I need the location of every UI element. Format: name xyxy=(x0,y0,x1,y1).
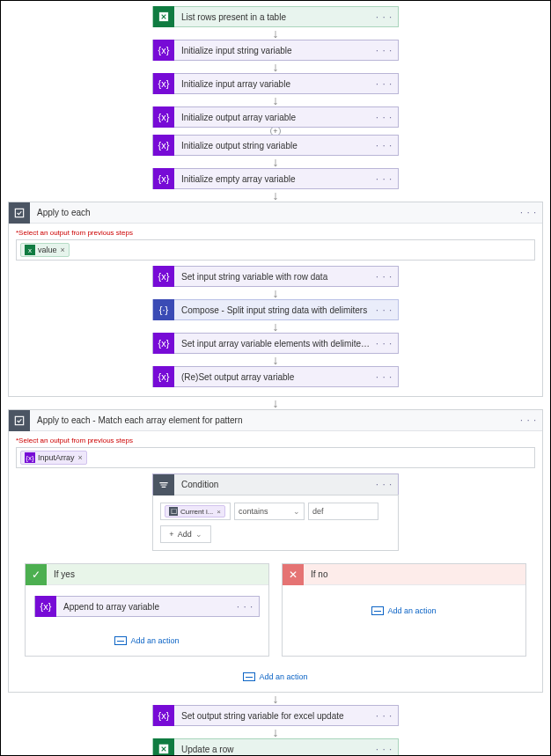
step-set-output-str[interactable]: {x} Set output string variable for excel… xyxy=(152,705,399,726)
step-menu[interactable]: · · · xyxy=(371,113,398,122)
panel-title: Apply to each - Match each array element… xyxy=(30,415,515,425)
arrow-icon: ↓ xyxy=(273,322,279,331)
add-action-label: Add an action xyxy=(387,606,436,615)
apply-to-each-outer: Apply to each · · · *Select an output fr… xyxy=(8,202,543,397)
add-action-button[interactable]: Add an action xyxy=(114,636,179,645)
right-value: def xyxy=(312,507,324,516)
step-label: Initialize input array variable xyxy=(174,79,371,89)
branch-if-no: ✕ If no Add an action xyxy=(282,563,526,657)
panel-header[interactable]: Apply to each · · · xyxy=(9,202,542,224)
variable-icon: {x} xyxy=(153,266,174,287)
condition-header[interactable]: Condition · · · xyxy=(152,473,399,495)
excel-icon xyxy=(153,6,174,27)
add-condition-button[interactable]: + Add ⌄ xyxy=(160,525,211,543)
excel-icon: x xyxy=(25,245,35,255)
token-current-item[interactable]: ☐ Current i... × xyxy=(165,505,225,517)
arrow-icon: ↓ xyxy=(273,399,279,407)
token-input[interactable]: x value × xyxy=(16,239,535,261)
step-menu[interactable]: · · · xyxy=(371,141,398,150)
condition-operator-select[interactable]: contains ⌄ xyxy=(234,503,305,520)
token-input[interactable]: {x} InputArray × xyxy=(16,447,535,468)
variable-icon: {x} xyxy=(153,168,174,189)
arrow-icon: ↓ xyxy=(273,96,279,105)
remove-token-icon[interactable]: × xyxy=(78,453,83,462)
step-label: Update a row xyxy=(174,745,371,754)
token-label: Current i... xyxy=(180,508,213,516)
branch-header[interactable]: ✓ If yes xyxy=(26,564,268,585)
step-reset-output-arr[interactable]: {x} (Re)Set output array variable · · · xyxy=(152,366,399,387)
remove-token-icon[interactable]: × xyxy=(61,246,65,254)
token-label: value xyxy=(38,246,57,254)
panel-menu[interactable]: · · · xyxy=(515,415,542,425)
branch-title: If yes xyxy=(47,569,75,579)
variable-icon: {x} xyxy=(153,40,174,61)
condition-icon xyxy=(153,474,174,495)
hint-text: *Select an output from previous steps xyxy=(16,229,535,237)
step-menu[interactable]: · · · xyxy=(371,745,398,754)
condition-block: Condition · · · ☐ Current i... × xyxy=(152,473,399,551)
condition-left-operand[interactable]: ☐ Current i... × xyxy=(160,503,231,520)
step-label: Initialize output array variable xyxy=(174,113,371,122)
panel-title: Apply to each xyxy=(30,208,515,217)
step-init-output-arr[interactable]: {x} Initialize output array variable · ·… xyxy=(152,106,399,128)
token-label: InputArray xyxy=(38,453,75,462)
step-init-empty-arr[interactable]: {x} Initialize empty array variable · · … xyxy=(152,168,399,189)
step-list-rows[interactable]: List rows present in a table · · · xyxy=(152,6,399,27)
add-action-button[interactable]: Add an action xyxy=(243,672,307,681)
step-menu[interactable]: · · · xyxy=(371,372,398,382)
step-menu[interactable]: · · · xyxy=(371,305,398,315)
add-label: Add xyxy=(178,530,192,539)
step-menu[interactable]: · · · xyxy=(371,272,398,282)
panel-header[interactable]: Apply to each - Match each array element… xyxy=(9,410,542,431)
step-menu[interactable]: · · · xyxy=(371,174,398,184)
step-menu[interactable]: · · · xyxy=(371,339,398,349)
step-menu[interactable]: · · · xyxy=(371,711,398,721)
panel-menu[interactable]: · · · xyxy=(515,208,542,217)
cross-icon: ✕ xyxy=(283,564,304,585)
token-value[interactable]: x value × xyxy=(20,243,70,257)
step-set-input-arr[interactable]: {x} Set input array variable elements wi… xyxy=(152,333,399,354)
variable-icon: {x} xyxy=(153,705,174,726)
step-menu[interactable]: · · · xyxy=(231,602,259,612)
step-label: Initialize empty array variable xyxy=(174,174,371,184)
variable-icon: {x} xyxy=(153,366,174,387)
step-label: Set input string variable with row data xyxy=(174,272,371,282)
check-icon: ✓ xyxy=(26,564,47,585)
step-label: Initialize input string variable xyxy=(174,46,371,55)
svg-rect-2 xyxy=(15,209,23,217)
arrow-icon: ↓ xyxy=(273,62,279,71)
step-init-input-arr[interactable]: {x} Initialize input array variable · · … xyxy=(152,73,399,94)
step-compose-split[interactable]: {·} Compose - Split input string data wi… xyxy=(152,299,399,320)
step-label: Compose - Split input string data with d… xyxy=(174,305,371,315)
step-set-input-str[interactable]: {x} Set input string variable with row d… xyxy=(152,266,399,287)
add-action-label: Add an action xyxy=(130,636,179,645)
step-label: Set input array variable elements with d… xyxy=(174,339,371,349)
step-update-row[interactable]: Update a row · · · xyxy=(152,738,399,756)
add-action-icon xyxy=(243,672,255,681)
add-action-label: Add an action xyxy=(259,672,307,681)
condition-right-operand[interactable]: def xyxy=(308,503,378,520)
step-menu[interactable]: · · · xyxy=(371,46,398,55)
add-action-button[interactable]: Add an action xyxy=(371,606,436,615)
step-menu[interactable]: · · · xyxy=(371,12,398,22)
loop-icon xyxy=(9,410,30,431)
condition-menu[interactable]: · · · xyxy=(371,480,398,489)
step-label: List rows present in a table xyxy=(174,12,371,22)
remove-token-icon[interactable]: × xyxy=(217,508,221,516)
arrow-icon: ↓ xyxy=(273,356,279,364)
branch-if-yes: ✓ If yes {x} Append to array variable · … xyxy=(25,563,269,657)
step-init-input-str[interactable]: {x} Initialize input string variable · ·… xyxy=(152,40,399,61)
arrow-icon: ↓ xyxy=(273,728,279,737)
loop-icon xyxy=(9,202,30,224)
branches-row: ✓ If yes {x} Append to array variable · … xyxy=(16,554,535,660)
arrow-icon: ↓ xyxy=(273,694,279,703)
step-menu[interactable]: · · · xyxy=(371,79,398,89)
plus-icon: + xyxy=(169,530,173,539)
step-append-to-array[interactable]: {x} Append to array variable · · · xyxy=(34,596,260,617)
apply-to-each-inner: Apply to each - Match each array element… xyxy=(8,409,543,693)
branch-header[interactable]: ✕ If no xyxy=(283,564,525,585)
step-label: (Re)Set output array variable xyxy=(174,372,371,382)
step-init-output-str[interactable]: {x} Initialize output string variable · … xyxy=(152,135,399,156)
chevron-down-icon: ⌄ xyxy=(195,530,202,539)
token-inputarray[interactable]: {x} InputArray × xyxy=(20,451,87,465)
